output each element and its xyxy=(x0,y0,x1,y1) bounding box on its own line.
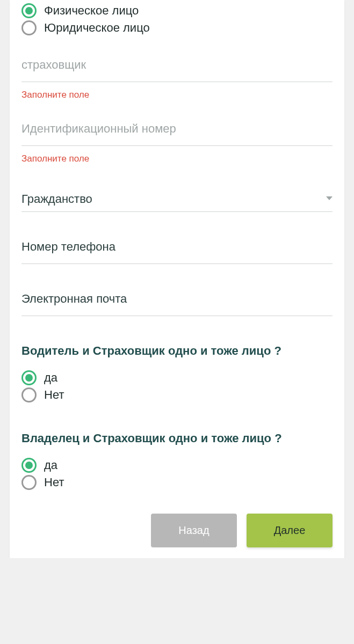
driver-insurer-question: Водитель и Страховщик одно и тоже лицо ?… xyxy=(21,342,333,404)
next-button[interactable]: Далее xyxy=(247,514,333,547)
back-button[interactable]: Назад xyxy=(151,514,237,547)
owner-insurer-question: Владелец и Страховщик одно и тоже лицо ?… xyxy=(21,429,333,491)
radio-selected-icon xyxy=(21,3,37,18)
radio-label: Физическое лицо xyxy=(44,4,139,18)
field-label: Идентификационный номер xyxy=(21,122,333,145)
radio-selected-icon xyxy=(21,458,37,473)
entity-type-group: Физическое лицо Юридическое лицо xyxy=(21,0,333,36)
input-underline xyxy=(21,145,333,146)
button-row: Назад Далее xyxy=(21,491,333,558)
radio-selected-icon xyxy=(21,370,37,385)
email-field[interactable]: Электронная почта xyxy=(21,292,333,316)
input-underline xyxy=(21,82,333,82)
input-underline xyxy=(21,264,333,264)
radio-unselected-icon xyxy=(21,20,37,35)
radio-no[interactable]: Нет xyxy=(21,474,333,491)
chevron-down-icon xyxy=(326,196,333,200)
field-label: Номер телефона xyxy=(21,240,333,264)
radio-yes[interactable]: да xyxy=(21,457,333,474)
field-error: Заполните поле xyxy=(21,153,333,164)
radio-individual[interactable]: Физическое лицо xyxy=(21,2,333,19)
radio-label: да xyxy=(44,458,57,472)
radio-legal-entity[interactable]: Юридическое лицо xyxy=(21,19,333,36)
radio-label: Нет xyxy=(44,388,64,402)
field-label: страховщик xyxy=(21,58,333,82)
radio-label: Нет xyxy=(44,475,64,489)
field-error: Заполните поле xyxy=(21,90,333,100)
question-text: Водитель и Страховщик одно и тоже лицо ? xyxy=(21,342,333,360)
radio-no[interactable]: Нет xyxy=(21,386,333,404)
radio-unselected-icon xyxy=(21,475,37,490)
radio-unselected-icon xyxy=(21,387,37,402)
radio-label: да xyxy=(44,371,57,385)
insurer-field[interactable]: страховщик Заполните поле xyxy=(21,58,333,100)
phone-field[interactable]: Номер телефона xyxy=(21,240,333,264)
radio-yes[interactable]: да xyxy=(21,369,333,386)
id-number-field[interactable]: Идентификационный номер Заполните поле xyxy=(21,122,333,164)
radio-label: Юридическое лицо xyxy=(44,21,150,35)
field-label: Электронная почта xyxy=(21,292,333,316)
question-text: Владелец и Страховщик одно и тоже лицо ? xyxy=(21,429,333,447)
citizenship-select[interactable]: Гражданство xyxy=(21,192,333,212)
input-underline xyxy=(21,316,333,316)
field-label: Гражданство xyxy=(21,192,92,206)
